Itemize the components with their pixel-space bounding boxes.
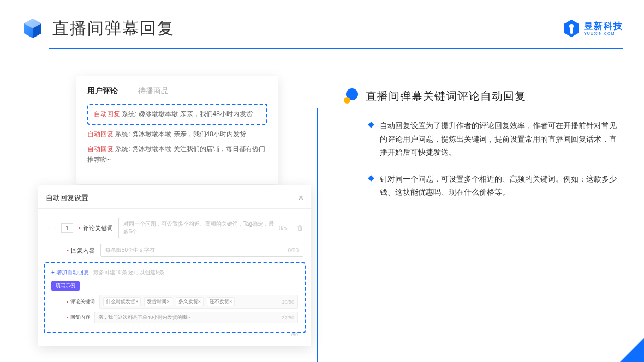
example-content-count: 37/50 [282,315,294,321]
chat-bubble-icon [344,88,359,104]
auto-reply-settings-panel: 自动回复设置 × ⋮⋮ 1 • 评论关键词 对同一个问题，可设置多个相近、高频的… [38,185,311,346]
example-badge: 填写示例 [51,281,80,291]
tab-divider [128,88,128,94]
brand-logo: 昱新科技 YUUXIN.COM [562,19,623,38]
example-content-input: 亲，我们这边都是下单48小时内发货的哦~ 37/50 [94,312,298,323]
tab-pending-goods[interactable]: 待播商品 [138,86,169,96]
required-mark: • [79,225,81,231]
connector-line [310,108,318,362]
example-highlight-box: + 增加自动回复 最多可建10条 还可以创建9条 填写示例 • 评论关键词 什么… [44,262,306,333]
highlighted-comment: 自动回复 系统: @冰墩墩本墩 亲亲，我们48小时内发货 [87,104,267,125]
required-mark: • [67,315,68,321]
auto-reply-tag: 自动回复 [87,130,114,138]
drag-handle-icon[interactable]: ⋮⋮ [46,225,58,232]
page-title: 直播间弹幕回复 [52,17,175,40]
example-keyword-label: 评论关键词 [70,298,95,305]
svg-point-0 [569,24,574,28]
comment-text: 系统: @冰墩墩本墩 亲亲，我们48小时内发货 [122,110,253,118]
section-title: 直播间弹幕关键词评论自动回复 [366,89,526,104]
rule-number: 1 [61,223,73,233]
required-mark: • [67,247,69,254]
keyword-count: 0/5 [279,225,287,231]
diamond-bullet-icon [368,175,374,182]
keyword-placeholder: 对同一个问题，可设置多个相近、高频的关键词，Tag确定，最多5个 [123,220,279,236]
outside-count: /50 [291,332,298,337]
add-hint: 最多可建10条 还可以创建9条 [93,269,164,275]
bullet-text-2: 针对同一个问题，可设置多个相近的、高频的关键词。例如：这款多少钱、这块能优惠吗、… [380,172,622,199]
svg-rect-2 [368,175,374,181]
diamond-bullet-icon [368,122,374,128]
logo-mark-icon [562,19,581,38]
auto-reply-tag: 自动回复 [87,145,114,153]
bullet-text-1: 自动回复设置为了提升作者的评论回复效率，作者可在开播前针对常见的评论用户问题，提… [380,119,622,159]
content-count: 0/50 [288,248,299,254]
content-input[interactable]: 每条限50个中文字符 0/50 [100,244,303,257]
keyword-input[interactable]: 对同一个问题，可设置多个相近、高频的关键词，Tag确定，最多5个 0/5 [118,218,291,238]
comments-panel: 用户评论 待播商品 自动回复 系统: @冰墩墩本墩 亲亲，我们48小时内发货 自… [76,76,278,184]
delete-icon[interactable]: 🗑 [297,224,303,232]
required-mark: • [67,299,68,305]
keyword-tag: 还不发货× [207,297,235,306]
auto-reply-tag: 自动回复 [94,110,120,118]
settings-title: 自动回复设置 [46,193,88,203]
comment-text: 系统: @冰墩墩本墩 关注我们的店铺，每日都有热门推荐呦~ [87,145,265,163]
example-content-label: 回复内容 [70,314,90,321]
logo-text-en: YUUXIN.COM [584,32,623,35]
close-icon[interactable]: × [299,193,303,203]
content-placeholder: 每条限50个中文字符 [105,246,155,254]
tab-user-comments[interactable]: 用户评论 [87,86,118,96]
add-autoreply-link[interactable]: + 增加自动回复 [51,269,89,275]
cube-icon [21,16,45,40]
content-label: 回复内容 [71,246,95,255]
example-keyword-input: 什么时候发货×发货时间×多久发货×还不发货×20/50 [99,295,298,309]
example-keyword-count: 20/50 [282,299,294,305]
keyword-tag: 发货时间× [144,297,172,306]
corner-triangle-icon [620,338,644,362]
keyword-label: 评论关键词 [83,224,113,232]
logo-text-cn: 昱新科技 [584,22,623,31]
keyword-tag: 什么时候发货× [103,297,141,306]
keyword-tag: 多久发货× [176,297,204,306]
svg-rect-1 [368,122,374,128]
example-content-text: 亲，我们这边都是下单48小时内发货的哦~ [98,314,190,321]
comment-text: 系统: @冰墩墩本墩 亲亲，我们48小时内发货 [115,130,246,138]
